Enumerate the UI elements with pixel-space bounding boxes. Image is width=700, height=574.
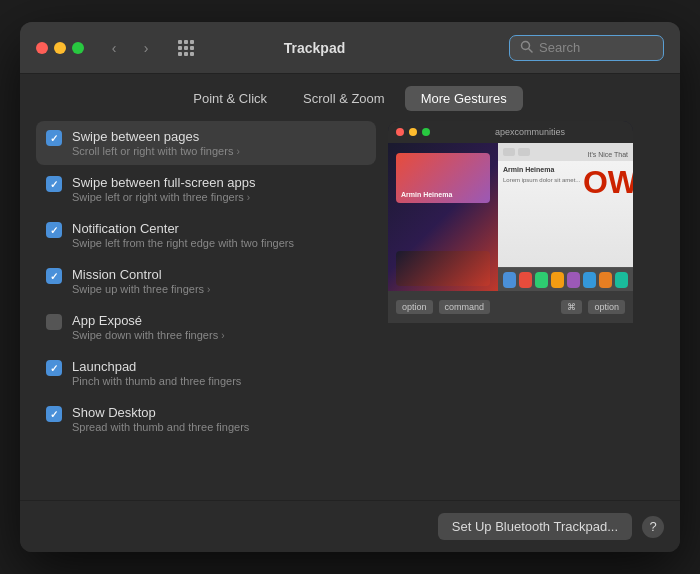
window-title: Trackpad: [132, 40, 497, 56]
setting-text: Swipe between pages Scroll left or right…: [72, 129, 366, 157]
bluetooth-setup-button[interactable]: Set Up Bluetooth Trackpad...: [438, 513, 632, 540]
svg-line-10: [529, 48, 533, 52]
screen-toolbar-btn: [503, 148, 515, 156]
check-icon: ✓: [50, 363, 58, 374]
keyboard-bar: option command ⌘ option: [388, 291, 633, 323]
checkbox-swipe-fullscreen[interactable]: ✓: [46, 176, 62, 192]
help-button[interactable]: ?: [642, 516, 664, 538]
setting-subtitle: Pinch with thumb and three fingers: [72, 375, 366, 387]
setting-text: Notification Center Swipe left from the …: [72, 221, 366, 249]
kb-command-key: command: [439, 300, 491, 314]
preview-screen: apexcommunities Armin Heinema: [388, 121, 633, 291]
search-icon: [520, 40, 533, 56]
kb-right-option: option: [588, 300, 625, 314]
setting-title: Mission Control: [72, 267, 366, 282]
setting-subtitle: Swipe left from the right edge with two …: [72, 237, 366, 249]
tab-point-click[interactable]: Point & Click: [177, 86, 283, 111]
screen-toolbar: It's Nice That: [498, 143, 633, 161]
setting-title: Swipe between pages: [72, 129, 366, 144]
dock-icon: [551, 272, 564, 288]
dock-icon: [583, 272, 596, 288]
chevron-icon: ›: [247, 192, 250, 203]
check-icon: ✓: [50, 225, 58, 236]
chevron-icon: ›: [236, 146, 239, 157]
setting-subtitle: Swipe up with three fingers ›: [72, 283, 366, 295]
checkbox-notification-center[interactable]: ✓: [46, 222, 62, 238]
search-input[interactable]: [539, 40, 653, 55]
screen-dot: [396, 128, 404, 136]
back-button[interactable]: ‹: [100, 37, 128, 59]
list-item[interactable]: ✓ Mission Control Swipe up with three fi…: [36, 259, 376, 303]
setting-text: Show Desktop Spread with thumb and three…: [72, 405, 366, 433]
setting-title: Swipe between full-screen apps: [72, 175, 366, 190]
setting-text: App Exposé Swipe down with three fingers…: [72, 313, 366, 341]
dock-icon: [567, 272, 580, 288]
screen-big-letter: OW: [583, 166, 633, 198]
setting-text: Mission Control Swipe up with three fing…: [72, 267, 366, 295]
list-item[interactable]: App Exposé Swipe down with three fingers…: [36, 305, 376, 349]
screen-left-panel: Armin Heinema: [388, 143, 498, 291]
tabs-bar: Point & Click Scroll & Zoom More Gesture…: [20, 74, 680, 121]
list-item[interactable]: ✓ Show Desktop Spread with thumb and thr…: [36, 397, 376, 441]
settings-list: ✓ Swipe between pages Scroll left or rig…: [36, 121, 376, 500]
search-bar: [509, 35, 664, 61]
tab-scroll-zoom[interactable]: Scroll & Zoom: [287, 86, 401, 111]
setting-title: App Exposé: [72, 313, 366, 328]
list-item[interactable]: ✓ Notification Center Swipe left from th…: [36, 213, 376, 257]
content: Point & Click Scroll & Zoom More Gesture…: [20, 74, 680, 552]
dock-icon: [535, 272, 548, 288]
screen-dock: [498, 267, 633, 291]
screen-image-1: Armin Heinema: [396, 153, 490, 203]
dock-icon: [615, 272, 628, 288]
minimize-button[interactable]: [54, 42, 66, 54]
screen-dot: [409, 128, 417, 136]
setting-subtitle: Swipe down with three fingers ›: [72, 329, 366, 341]
chevron-icon: ›: [221, 330, 224, 341]
system-preferences-window: ‹ › Trackpad: [20, 22, 680, 552]
preview-panel: apexcommunities Armin Heinema: [388, 121, 633, 500]
setting-subtitle: Swipe left or right with three fingers ›: [72, 191, 366, 203]
screen-address-bar: apexcommunities: [435, 127, 625, 137]
chevron-icon: ›: [207, 284, 210, 295]
dock-icon: [503, 272, 516, 288]
checkbox-app-expose[interactable]: [46, 314, 62, 330]
main-area: ✓ Swipe between pages Scroll left or rig…: [20, 121, 680, 500]
checkbox-launchpad[interactable]: ✓: [46, 360, 62, 376]
setting-text: Swipe between full-screen apps Swipe lef…: [72, 175, 366, 203]
checkbox-mission-control[interactable]: ✓: [46, 268, 62, 284]
screen-image-2: [396, 251, 490, 286]
setting-text: Launchpad Pinch with thumb and three fin…: [72, 359, 366, 387]
kb-right-command: ⌘: [561, 300, 582, 314]
list-item[interactable]: ✓ Swipe between pages Scroll left or rig…: [36, 121, 376, 165]
screen-right-label: It's Nice That: [588, 151, 629, 158]
list-item[interactable]: ✓ Launchpad Pinch with thumb and three f…: [36, 351, 376, 395]
titlebar: ‹ › Trackpad: [20, 22, 680, 74]
check-icon: ✓: [50, 179, 58, 190]
screen-topbar: apexcommunities: [388, 121, 633, 143]
list-item[interactable]: ✓ Swipe between full-screen apps Swipe l…: [36, 167, 376, 211]
dock-icon: [519, 272, 532, 288]
check-icon: ✓: [50, 409, 58, 420]
checkbox-swipe-pages[interactable]: ✓: [46, 130, 62, 146]
screen-right-panel: It's Nice That Armin Heinema Lorem ipsum…: [498, 143, 633, 291]
screen-overlay-text: Armin Heinema: [401, 191, 452, 198]
setting-title: Notification Center: [72, 221, 366, 236]
dock-icon: [599, 272, 612, 288]
spacer: It's Nice That: [533, 143, 628, 161]
check-icon: ✓: [50, 133, 58, 144]
screen-dot: [422, 128, 430, 136]
check-icon: ✓: [50, 271, 58, 282]
bottom-bar: Set Up Bluetooth Trackpad... ?: [20, 500, 680, 552]
screen-content: Armin Heinema It's Nice That: [388, 143, 633, 291]
traffic-lights: [36, 42, 84, 54]
tab-more-gestures[interactable]: More Gestures: [405, 86, 523, 111]
screen-article: Armin Heinema Lorem ipsum dolor sit amet…: [498, 161, 633, 267]
close-button[interactable]: [36, 42, 48, 54]
setting-subtitle: Spread with thumb and three fingers: [72, 421, 366, 433]
checkbox-show-desktop[interactable]: ✓: [46, 406, 62, 422]
maximize-button[interactable]: [72, 42, 84, 54]
setting-title: Show Desktop: [72, 405, 366, 420]
kb-option-key: option: [396, 300, 433, 314]
setting-subtitle: Scroll left or right with two fingers ›: [72, 145, 366, 157]
screen-toolbar-btn: [518, 148, 530, 156]
